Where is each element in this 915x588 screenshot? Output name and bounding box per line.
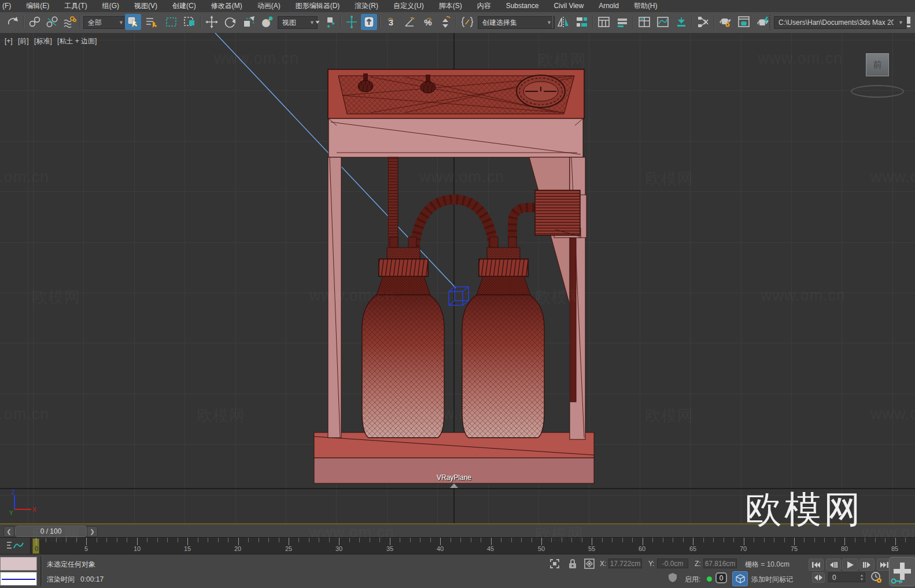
use-pivot-point-center-icon[interactable] — [323, 14, 339, 30]
mini-curve-editor-button[interactable] — [0, 538, 31, 554]
unlink-selection-icon[interactable] — [44, 14, 60, 30]
key-mode-toggle-button[interactable] — [812, 572, 825, 583]
next-frame-button[interactable] — [859, 559, 875, 571]
render-time-value: 0:00:17 — [80, 575, 104, 583]
menu-group[interactable]: 组(G) — [95, 0, 127, 12]
edit-named-selection-sets-icon[interactable] — [459, 14, 475, 30]
selection-lock-icon[interactable] — [565, 557, 580, 570]
window-crossing-toggle-icon[interactable] — [182, 14, 198, 30]
menu-rendering[interactable]: 渲染(R) — [347, 0, 386, 12]
mirror-icon[interactable] — [555, 14, 571, 30]
percent-snap-toggle-icon[interactable]: %◠ — [420, 14, 436, 30]
previous-frame-button[interactable] — [826, 559, 841, 571]
material-editor-icon[interactable] — [717, 14, 733, 30]
render-setup-icon[interactable] — [736, 14, 752, 30]
viewport-front[interactable]: [+] [前] [标准] [粘土 + 边面] — [0, 33, 915, 523]
viewport-canvas[interactable]: VRayPlane VRayPlane — [0, 33, 915, 523]
menu-content[interactable]: 内容 — [470, 0, 499, 12]
schematic-view-icon[interactable] — [695, 14, 711, 30]
mute-badge[interactable]: 0 — [715, 572, 727, 583]
menu-scripting[interactable]: 脚本(S) — [431, 0, 470, 12]
go-to-start-button[interactable] — [809, 559, 824, 571]
coord-x-field[interactable]: 17.722cm — [608, 559, 642, 568]
select-and-rotate-icon[interactable] — [222, 14, 238, 30]
tick-label: 60 — [639, 545, 645, 552]
bottle-object[interactable] — [362, 237, 445, 438]
next-frame-arrow-button[interactable]: ❯ — [87, 526, 98, 537]
menu-edit[interactable]: 编辑(E) — [19, 0, 57, 12]
coord-y-field[interactable]: -0.0cm — [657, 559, 688, 568]
select-and-manipulate-icon[interactable] — [344, 14, 360, 30]
viewcube-ring[interactable] — [851, 85, 904, 98]
menu-help[interactable]: 帮助(H) — [626, 0, 665, 12]
render-presets-icon[interactable] — [673, 14, 689, 30]
select-and-scale-icon[interactable] — [241, 14, 257, 30]
3d-snap-toggle-icon[interactable]: 3◠ — [383, 14, 399, 30]
toggle-scene-explorer-icon[interactable] — [596, 14, 612, 30]
angle-snap-toggle-icon[interactable] — [401, 14, 418, 30]
tick-label: 50 — [538, 545, 545, 552]
time-slider-handle[interactable]: 0 / 100 — [15, 526, 87, 537]
select-object-button[interactable] — [125, 14, 141, 30]
reference-coordinate-dropdown[interactable]: 视图 ▼ — [278, 16, 318, 29]
select-and-move-icon[interactable] — [204, 14, 220, 30]
isolate-selection-icon[interactable] — [547, 557, 562, 570]
menu-create[interactable]: 创建(C) — [165, 0, 204, 12]
align-icon[interactable] — [574, 14, 590, 30]
rectangular-selection-region-icon[interactable] — [163, 14, 179, 30]
viewport-menu-pov[interactable]: [前] — [18, 37, 29, 45]
keyboard-shortcut-override-toggle[interactable] — [361, 14, 377, 30]
world-axis-tripod: Z X Y — [3, 489, 44, 519]
tick-label: 10 — [134, 545, 141, 552]
named-selection-set-dropdown[interactable]: 创建选择集 ▼ — [478, 16, 555, 29]
menu-graph-editors[interactable]: 图形编辑器(D) — [288, 0, 348, 12]
viewport-menu-renderer[interactable]: [标准] — [34, 37, 52, 45]
toggle-layer-explorer-icon[interactable] — [614, 14, 630, 30]
prompt-shield-icon[interactable] — [665, 571, 680, 584]
bind-to-space-warp-icon[interactable] — [61, 14, 78, 30]
select-by-name-button[interactable] — [143, 14, 160, 30]
menu-civil-view[interactable]: Civil View — [546, 0, 591, 12]
toggle-ribbon-icon[interactable] — [636, 14, 652, 30]
viewport-menu-general[interactable]: [+] — [5, 37, 13, 45]
menu-file[interactable]: (F) — [0, 0, 19, 12]
top-box-object[interactable] — [328, 69, 584, 157]
viewcube[interactable]: 前 — [866, 53, 889, 76]
flyout-arrow-icon[interactable] — [313, 14, 322, 30]
menu-views[interactable]: 视图(V) — [127, 0, 165, 12]
dummy-helper-object[interactable] — [449, 287, 468, 305]
spinner-snap-toggle-icon[interactable] — [437, 14, 453, 30]
add-time-tag-text[interactable]: 添加时间标记 — [751, 575, 793, 585]
frame-spinner[interactable]: ▲▼ — [860, 574, 864, 582]
select-link-icon[interactable] — [27, 14, 43, 30]
track-bar[interactable]: 0 5 10 15 20 25 30 35 40 45 50 55 60 65 … — [0, 537, 915, 554]
current-frame-field[interactable]: 0 ▲▼ — [828, 572, 865, 582]
render-time-text: 渲染时间 0:00:17 — [47, 575, 104, 585]
time-tag-cube-icon[interactable] — [732, 571, 748, 586]
viewport-menu-shading[interactable]: [粘土 + 边面] — [57, 37, 97, 45]
status-bar: 未选定任何对象 渲染时间 0:00:17 X: 17.722cm Y: -0.0… — [0, 554, 915, 588]
coord-z-field[interactable]: 67.816cm — [703, 559, 737, 568]
menu-substance[interactable]: Substance — [499, 0, 547, 12]
set-keys-button[interactable] — [889, 557, 915, 586]
tick-label: 0 — [35, 545, 38, 552]
time-configuration-icon[interactable] — [869, 571, 884, 584]
selection-filter-dropdown[interactable]: 全部 ▼ — [83, 16, 127, 29]
maxscript-mini-listener[interactable] — [0, 572, 37, 586]
select-and-place-icon[interactable] — [259, 14, 275, 30]
selection-filter-value: 全部 — [88, 18, 102, 28]
cut-off-toolbar-icon[interactable] — [903, 14, 915, 30]
menu-animation[interactable]: 动画(A) — [250, 0, 288, 12]
menu-arnold[interactable]: Arnold — [591, 0, 626, 12]
play-button[interactable] — [842, 559, 858, 571]
previous-frame-arrow-button[interactable]: ❮ — [3, 526, 14, 537]
menu-modifiers[interactable]: 修改器(M) — [204, 0, 250, 12]
redo-icon[interactable] — [5, 14, 21, 30]
time-slider-row: ❮ 0 / 100 ❯ — [0, 523, 915, 537]
menu-customize[interactable]: 自定义(U) — [386, 0, 431, 12]
absolute-mode-icon[interactable] — [582, 557, 597, 570]
menu-tools[interactable]: 工具(T) — [57, 0, 94, 12]
maxscript-macro-recorder[interactable] — [0, 557, 37, 571]
curve-editor-icon[interactable] — [655, 14, 671, 30]
project-folder-field[interactable]: C:\Users\Han\Documents\3ds Max 2022 ▼ — [774, 16, 906, 29]
